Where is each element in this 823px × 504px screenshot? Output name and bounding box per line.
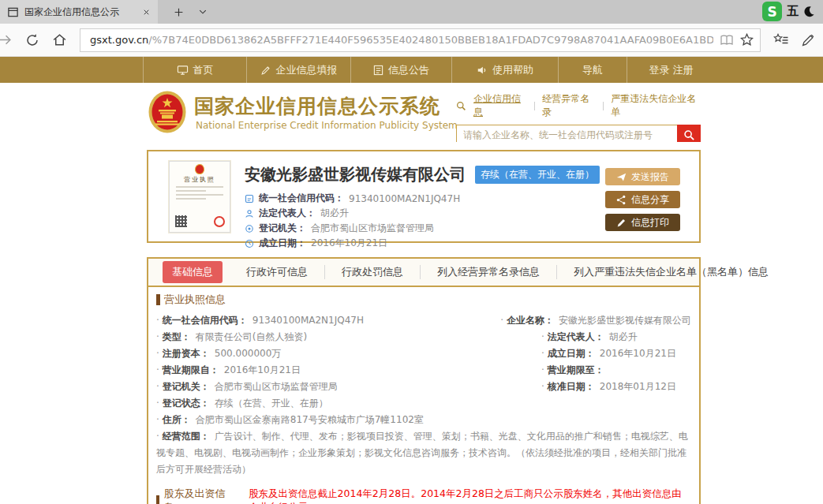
pen-icon [260, 65, 271, 76]
sogou-logo[interactable]: S [762, 2, 782, 21]
wubi-mode-label[interactable]: 五 [787, 4, 799, 19]
separator [534, 102, 535, 110]
search-tab-credit-info[interactable]: 企业信用信息 [473, 92, 527, 119]
location-icon [245, 224, 254, 233]
detail-card: 基础信息 行政许可信息 行政处罚信息 列入经营异常名录信息 列入严重违法失信企业… [147, 257, 701, 504]
pencil-icon [616, 218, 627, 228]
field-label: 登记机关： [163, 379, 210, 395]
tab-admin-license[interactable]: 行政许可信息 [230, 265, 324, 279]
info-row: 登记状态：存续（在营、开业、在册） [156, 395, 691, 412]
field-label: 住所： [163, 412, 191, 428]
nav-item-label: 企业信息填报 [276, 63, 338, 77]
url-path: /%7B74E0DBD613862A5BFFF271E440F596535E40… [148, 34, 713, 46]
info-row: 住所：合肥市蜀山区金寨南路817号安粮城市广场7幢1102室 [156, 412, 691, 428]
nav-item-announcements[interactable]: 信息公告 [350, 57, 451, 83]
action-label: 信息打印 [631, 216, 669, 230]
status-badge: 存续（在营、开业、在册） [475, 166, 600, 184]
browser-tab[interactable]: 国家企业信用信息公示 [0, 0, 158, 24]
sogou-ime-indicator[interactable]: S 五 [762, 2, 815, 21]
nav-item-help[interactable]: 使用帮助 [451, 57, 558, 83]
company-summary-card: 营业执照 安徽光影盛世影视传媒有限公司 存续（在营、开业、在册） 统一社会信用代… [147, 150, 701, 243]
nav-spacer [0, 57, 143, 83]
reading-view-icon[interactable] [720, 34, 734, 47]
license-thumbnail[interactable]: 营业执照 [169, 161, 230, 233]
field-value: 91340100MA2N1JQ47H [253, 312, 364, 329]
company-field-legal-rep: 法定代表人： 胡必升 [245, 206, 460, 221]
tab-abnormal-list[interactable]: 列入经营异常名录信息 [420, 265, 556, 279]
field-value: 合肥市蜀山区市场监督管理局 [215, 379, 338, 395]
nav-item-enterprise-filing[interactable]: 企业信息填报 [246, 57, 350, 83]
browser-tab-bar: 国家企业信用信息公示 S 五 [0, 0, 823, 24]
field-value: 有限责任公司(自然人独资) [196, 329, 307, 345]
web-note-icon[interactable] [802, 33, 815, 47]
company-field-registration-authority: 登记机关： 合肥市蜀山区市场监督管理局 [245, 221, 460, 236]
home-icon[interactable] [52, 32, 67, 47]
field-label: 营业期限自： [163, 362, 219, 379]
tab-close-icon[interactable] [142, 8, 151, 17]
info-cell: 营业期限自：2016年10月21日 [156, 362, 541, 379]
separator [603, 102, 604, 110]
nav-item-home[interactable]: 首页 [143, 57, 246, 83]
decor-line [176, 194, 223, 196]
site-header: 国家企业信用信息公示系统 National Enterprise Credit … [0, 83, 823, 142]
red-seal [214, 216, 225, 227]
field-label: 登记状态： [163, 395, 210, 412]
share-info-button[interactable]: 信息分享 [605, 191, 680, 208]
site-subtitle: National Enterprise Credit Information P… [196, 120, 458, 131]
tab-basic-info[interactable]: 基础信息 [163, 261, 223, 283]
address-bar[interactable]: gsxt.gov.cn/%7B74E0DBD613862A5BFFF271E44… [80, 28, 761, 52]
nav-item-sitemap[interactable]: 导航 [558, 57, 627, 83]
field-value: 91340100MA2N1JQ47H [349, 193, 460, 204]
print-info-button[interactable]: 信息打印 [605, 214, 680, 231]
new-tab-button[interactable] [174, 7, 184, 17]
field-value: 胡必升 [609, 329, 638, 345]
nav-item-label: 信息公告 [388, 63, 429, 77]
field-label: 法定代表人： [259, 207, 316, 220]
field-label: 注册资本： [163, 345, 210, 362]
refresh-icon[interactable] [25, 33, 39, 47]
field-value: 存续（在营、开业、在册） [215, 395, 328, 412]
clock-icon [245, 239, 254, 248]
info-row: 类型：有限责任公司(自然人独资) 法定代表人：胡必升 [156, 329, 691, 345]
company-fields: 统一社会信用代码： 91340100MA2N1JQ47H 法定代表人： 胡必升 … [245, 191, 460, 251]
tab-list-chevron-icon[interactable] [198, 7, 208, 17]
info-cell: 法定代表人：胡必升 [541, 329, 691, 345]
browser-toolbar: gsxt.gov.cn/%7B74E0DBD613862A5BFFF271E44… [0, 24, 823, 57]
detail-tabs: 基础信息 行政许可信息 行政处罚信息 列入经营异常名录信息 列入严重违法失信企业… [148, 259, 699, 287]
company-field-credit-code: 统一社会信用代码： 91340100MA2N1JQ47H [245, 191, 460, 206]
field-label: 登记机关： [259, 222, 306, 235]
action-label: 发送报告 [631, 170, 669, 184]
field-value: 合肥市蜀山区金寨南路817号安粮城市广场7幢1102室 [196, 412, 424, 428]
field-label: 企业名称： [507, 312, 554, 329]
field-value: 2018年01月12日 [600, 379, 676, 395]
info-cell: 登记状态：存续（在营、开业、在册） [156, 395, 541, 412]
nav-item-label: 导航 [582, 63, 603, 77]
license-section-title: 营业执照信息 [164, 293, 226, 307]
nav-item-login-register[interactable]: 登录 注册 [627, 57, 715, 83]
info-cell: 核准日期：2018年01月12日 [541, 379, 691, 395]
site-logo-emblem [148, 91, 186, 133]
field-label: 法定代表人： [548, 329, 604, 345]
search-tab-abnormal-list[interactable]: 经营异常名录 [542, 92, 596, 119]
forward-icon[interactable] [0, 32, 13, 47]
moon-icon[interactable] [803, 6, 815, 17]
tab-blacklist[interactable]: 列入严重违法失信企业名单（黑名单）信息 [556, 265, 785, 279]
info-row: 营业期限自：2016年10月21日 营业期限至： [156, 362, 691, 379]
field-label: 成立日期： [548, 345, 595, 362]
section-marker [156, 294, 160, 305]
info-cell: 成立日期：2016年10月21日 [541, 345, 691, 362]
nav-item-label: 登录 注册 [649, 63, 693, 77]
send-report-button[interactable]: 发送报告 [605, 168, 680, 185]
shareholder-notice: 股东及出资信息截止2014年2月28日。2014年2月28日之后工商只公示股东姓… [249, 487, 691, 504]
field-value: 2016年10月21日 [224, 362, 301, 379]
field-value: 合肥市蜀山区市场监督管理局 [311, 222, 434, 235]
tab-admin-penalty[interactable]: 行政处罚信息 [324, 265, 420, 279]
hub-icon[interactable] [773, 33, 789, 47]
url-text[interactable]: gsxt.gov.cn/%7B74E0DBD613862A5BFFF271E44… [90, 34, 713, 46]
license-section-title-row: 营业执照信息 [156, 293, 691, 306]
company-name: 安徽光影盛世影视传媒有限公司 [245, 164, 466, 185]
info-cell: 注册资本：500.000000万 [156, 345, 541, 362]
favorite-star-icon[interactable] [740, 33, 754, 47]
search-tab-illegal-list[interactable]: 严重违法失信企业名单 [611, 92, 701, 119]
info-cell: 统一社会信用代码：91340100MA2N1JQ47H [156, 312, 500, 329]
